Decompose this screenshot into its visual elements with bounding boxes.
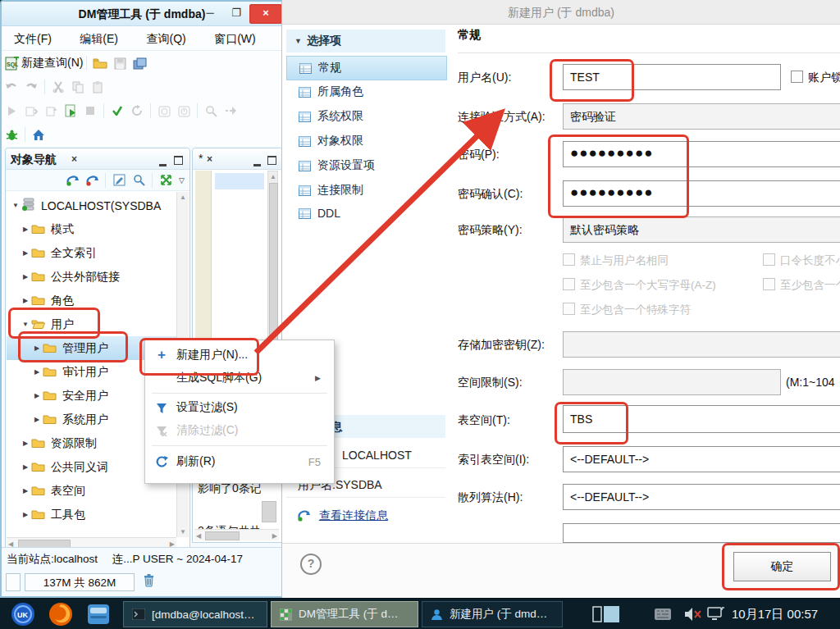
expand-icon[interactable]: ▶: [31, 392, 43, 399]
tab-close-icon[interactable]: ×: [71, 153, 77, 165]
main-title-bar[interactable]: DM管理工具 (于 dmdba) ─ ❐ ×: [2, 2, 282, 26]
input-method-icon[interactable]: [655, 608, 671, 623]
password-policy-select[interactable]: 默认密码策略: [563, 217, 840, 243]
expand-icon[interactable]: ▶: [20, 511, 31, 518]
expand-icon[interactable]: ▶: [20, 226, 31, 233]
file-manager-icon[interactable]: [85, 601, 112, 627]
expand-icon[interactable]: ▼: [10, 202, 21, 209]
scroll-left-icon[interactable]: ◀: [196, 532, 201, 540]
tree-item-external-links[interactable]: ▶ 公共外部链接: [7, 265, 177, 289]
account-lock-checkbox[interactable]: 账户锁: [791, 64, 840, 90]
taskbar-item-dm-tool[interactable]: DM管理工具 (于 d…: [271, 601, 418, 627]
menu-item-set-filter[interactable]: 设置过滤(S): [147, 396, 332, 419]
taskbar-clock[interactable]: 10月17日 00:57: [732, 599, 818, 629]
menu-query[interactable]: 查询(Q): [134, 26, 198, 51]
panel-maximize-icon[interactable]: [267, 153, 276, 168]
expand-icon[interactable]: ▶: [20, 440, 31, 447]
menu-item-new-user[interactable]: + 新建用户(N)...: [147, 344, 332, 367]
search-icon[interactable]: [129, 171, 148, 189]
menu-item-generate-sql[interactable]: 生成SQL脚本(G) ▶: [147, 367, 332, 390]
taskbar-item-terminal[interactable]: [dmdba@localhost…: [123, 601, 267, 627]
copy-icon[interactable]: [68, 78, 88, 96]
new-query-icon[interactable]: SQL: [2, 54, 21, 72]
dialog-nav-object-privileges[interactable]: 对象权限: [286, 130, 445, 153]
dialog-nav-system-privileges[interactable]: 系统权限: [286, 105, 445, 128]
network-icon[interactable]: [707, 607, 725, 625]
expand-icon[interactable]: ▶: [20, 463, 31, 471]
username-input[interactable]: TEST: [563, 64, 781, 90]
undo-icon[interactable]: [2, 78, 21, 96]
volume-muted-icon[interactable]: [684, 607, 702, 625]
expand-icon[interactable]: ▶: [31, 416, 43, 423]
tab-object-navigator[interactable]: 对象导航: [11, 148, 57, 170]
help-icon[interactable]: ?: [300, 554, 322, 575]
dialog-nav-ddl[interactable]: DDL: [286, 202, 445, 225]
disconnect-icon[interactable]: [82, 171, 102, 189]
ok-button[interactable]: 确定: [733, 552, 831, 581]
storage-key-input[interactable]: [563, 331, 840, 358]
menu-window[interactable]: 窗口(W): [202, 26, 268, 51]
debug-icon[interactable]: [2, 125, 21, 144]
step-into-icon[interactable]: [41, 102, 61, 120]
auth-mode-select[interactable]: 密码验证: [563, 103, 840, 130]
run-icon[interactable]: [2, 102, 21, 120]
rollback-icon[interactable]: [127, 102, 147, 120]
hash-algorithm-select[interactable]: <--DEFAULT-->: [563, 484, 840, 510]
clipped-field[interactable]: [563, 523, 840, 543]
menu-item-clear-filter[interactable]: 清除过滤(C): [147, 419, 332, 442]
panel-minimize-icon[interactable]: [159, 155, 167, 170]
edit-filter-icon[interactable]: [109, 171, 129, 189]
cut-icon[interactable]: [48, 78, 68, 96]
window-preview-widget[interactable]: [592, 605, 620, 627]
tablespace-select[interactable]: TBS: [563, 405, 840, 433]
firefox-icon[interactable]: [48, 601, 74, 627]
confirm-password-input[interactable]: ●●●●●●●●●: [563, 180, 840, 207]
results-scroll-thumb[interactable]: [262, 501, 276, 522]
index-tablespace-select[interactable]: <--DEFAULT-->: [563, 446, 840, 472]
tree-item-toolkits[interactable]: ▶ 工具包: [7, 503, 177, 526]
schedule2-icon[interactable]: [174, 102, 194, 120]
maximize-icon[interactable]: ❐: [225, 4, 248, 24]
explain-icon[interactable]: [201, 102, 221, 120]
commit-icon[interactable]: [107, 102, 127, 120]
checkbox-icon[interactable]: [791, 71, 803, 83]
home-icon[interactable]: [29, 125, 48, 144]
menu-item-refresh[interactable]: 刷新(R) F5: [147, 450, 332, 473]
scroll-up-icon[interactable]: ▲: [180, 194, 186, 201]
skip-icon[interactable]: [221, 102, 240, 120]
tree-item-localhost[interactable]: ▼ LOCALHOST(SYSDBA: [7, 194, 177, 217]
space-limit-input[interactable]: [563, 369, 781, 395]
expand-icon[interactable]: ▶: [20, 297, 31, 304]
step-over-icon[interactable]: [21, 102, 41, 120]
dialog-nav-roles[interactable]: 所属角色: [286, 80, 445, 103]
menu-file[interactable]: 文件(F): [2, 26, 64, 51]
open-folder-icon[interactable]: [90, 54, 110, 72]
scroll-right-icon[interactable]: ▶: [272, 532, 277, 540]
save-all-icon[interactable]: [130, 54, 149, 72]
editor-horizontal-scrollbar[interactable]: ◀ ▶: [194, 529, 279, 540]
expand-icon[interactable]: ▶: [20, 487, 31, 495]
dialog-nav-resource-settings[interactable]: 资源设置项: [286, 154, 445, 177]
dialog-nav-general[interactable]: 常规: [286, 56, 447, 80]
tree-item-schema[interactable]: ▶ 模式: [7, 217, 177, 241]
scroll-down-icon[interactable]: ▼: [180, 528, 186, 536]
tree-item-users[interactable]: ▼ 用户: [7, 312, 177, 336]
menu-edit[interactable]: 编辑(E): [67, 26, 130, 51]
expand-icon[interactable]: ▶: [20, 249, 31, 257]
expand-icon[interactable]: ▼: [20, 321, 31, 328]
expand-icon[interactable]: ▶: [31, 344, 43, 352]
panel-maximize-icon[interactable]: [174, 153, 183, 168]
schedule-icon[interactable]: [154, 102, 174, 120]
dialog-title-bar[interactable]: 新建用户 (于 dmdba): [282, 0, 840, 25]
garbage-collect-icon[interactable]: [143, 573, 155, 590]
tree-item-roles[interactable]: ▶ 角色: [7, 289, 177, 312]
collapse-all-icon[interactable]: [156, 171, 176, 189]
minimize-icon[interactable]: ─: [199, 4, 221, 24]
expand-icon[interactable]: ▶: [31, 368, 43, 376]
execute-file-icon[interactable]: [61, 102, 80, 120]
scroll-up-icon[interactable]: ▲: [270, 173, 276, 180]
new-query-label[interactable]: 新建查询(N): [21, 56, 83, 71]
panel-minimize-icon[interactable]: [253, 155, 261, 170]
redo-icon[interactable]: [21, 78, 41, 96]
new-connection-icon[interactable]: [62, 171, 82, 189]
